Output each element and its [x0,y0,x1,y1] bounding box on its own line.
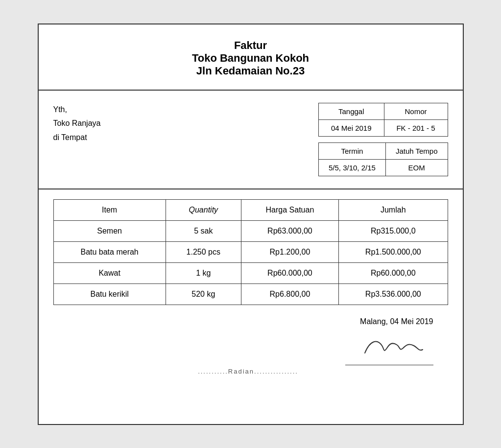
cell-jumlah: Rp315.000,0 [339,220,448,241]
col-header-quantity: Quantity [166,199,241,220]
invoice-header: Faktur Toko Bangunan Kokoh Jln Kedamaian… [39,24,463,91]
cell-quantity: 1 kg [166,262,241,283]
tanggal-nomor-table: Tanggal Nomor 04 Mei 2019 FK - 201 - 5 [318,103,448,137]
recipient-line2: Toko Ranjaya [53,117,101,131]
items-section: Item Quantity Harga Satuan Jumlah Semen5… [39,199,463,305]
invoice-title: Faktur [48,39,453,52]
cell-quantity: 520 kg [166,283,241,305]
recipient-line1: Yth, [53,103,101,117]
nomor-value: FK - 201 - 5 [384,119,448,136]
jatuh-tempo-value: EOM [385,159,448,176]
signature-date: Malang, 04 Mei 2019 [68,317,433,326]
col-header-jumlah: Jumlah [339,199,448,220]
cell-harga: Rp6.800,00 [241,283,338,305]
cell-item: Batu bata merah [53,241,166,262]
cell-quantity: 1.250 pcs [166,241,241,262]
signature-svg [355,331,433,360]
jatuh-tempo-label: Jatuh Tempo [385,142,448,159]
cell-harga: Rp1.200,00 [241,241,338,262]
signature-section: Malang, 04 Mei 2019 ...........Radian...… [39,305,463,390]
tanggal-label: Tanggal [318,103,384,119]
table-row: Batu kerikil520 kgRp6.800,00Rp3.536.000,… [53,283,448,305]
termin-label: Termin [318,142,385,159]
cell-jumlah: Rp60.000,00 [339,262,448,283]
nomor-label: Nomor [384,103,448,119]
recipient-block: Yth, Toko Ranjaya di Tempat [53,103,101,145]
signature-image [355,331,433,360]
cell-jumlah: Rp3.536.000,00 [339,283,448,305]
invoice-document: Faktur Toko Bangunan Kokoh Jln Kedamaian… [38,24,464,425]
recipient-line3: di Tempat [53,131,101,145]
signer-name: Radian [228,368,254,375]
company-address: Jln Kedamaian No.23 [48,65,453,77]
cell-quantity: 5 sak [166,220,241,241]
col-header-item: Item [53,199,166,220]
info-section: Yth, Toko Ranjaya di Tempat Tanggal Nomo… [39,91,463,189]
signature-name: ...........Radian................ [68,367,429,375]
table-row: Semen5 sakRp63.000,00Rp315.000,0 [53,220,448,241]
cell-harga: Rp63.000,00 [241,220,338,241]
cell-item: Kawat [53,262,166,283]
items-table: Item Quantity Harga Satuan Jumlah Semen5… [53,199,448,305]
company-name: Toko Bangunan Kokoh [48,52,453,65]
cell-harga: Rp60.000,00 [241,262,338,283]
cell-item: Batu kerikil [53,283,166,305]
meta-tables: Tanggal Nomor 04 Mei 2019 FK - 201 - 5 T… [318,103,448,176]
cell-item: Semen [53,220,166,241]
col-header-harga: Harga Satuan [241,199,338,220]
cell-jumlah: Rp1.500.000,00 [339,241,448,262]
termin-table: Termin Jatuh Tempo 5/5, 3/10, 2/15 EOM [318,142,448,176]
table-row: Batu bata merah1.250 pcsRp1.200,00Rp1.50… [53,241,448,262]
termin-value: 5/5, 3/10, 2/15 [318,159,385,176]
tanggal-value: 04 Mei 2019 [318,119,384,136]
table-row: Kawat1 kgRp60.000,00Rp60.000,00 [53,262,448,283]
